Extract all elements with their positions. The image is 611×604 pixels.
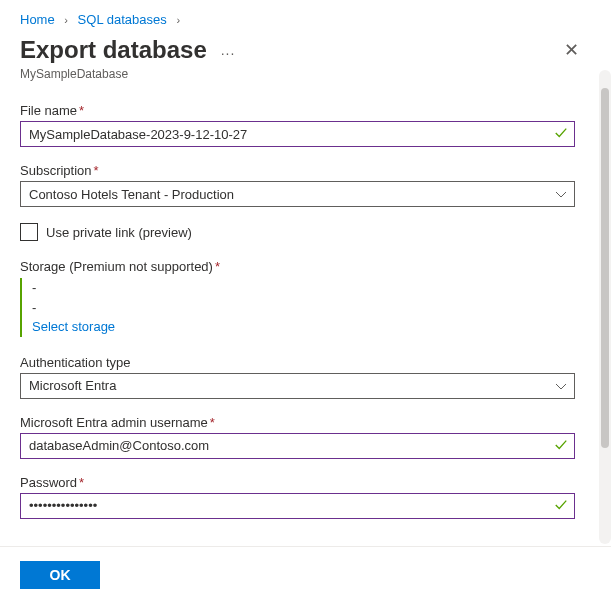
private-link-label: Use private link (preview) [46, 225, 192, 240]
authtype-label: Authentication type [20, 355, 575, 370]
storage-line-2: - [32, 298, 575, 318]
authtype-dropdown[interactable]: Microsoft Entra [20, 373, 575, 399]
breadcrumb-sql-databases[interactable]: SQL databases [78, 12, 167, 27]
required-indicator: * [79, 103, 84, 118]
required-indicator: * [79, 475, 84, 490]
password-label: Password* [20, 475, 575, 490]
storage-line-1: - [32, 278, 575, 298]
storage-block: - - Select storage [20, 278, 575, 337]
subscription-label: Subscription* [20, 163, 575, 178]
password-input[interactable] [20, 493, 575, 519]
checkbox-box[interactable] [20, 223, 38, 241]
page-subtitle: MySampleDatabase [20, 67, 611, 81]
breadcrumb: Home › SQL databases › [20, 12, 611, 27]
more-actions-button[interactable]: ··· [221, 45, 236, 61]
username-label: Microsoft Entra admin username* [20, 415, 575, 430]
chevron-down-icon [555, 189, 567, 201]
check-icon [554, 126, 568, 140]
required-indicator: * [94, 163, 99, 178]
username-input[interactable] [20, 433, 575, 459]
storage-label: Storage (Premium not supported)* [20, 259, 575, 274]
required-indicator: * [210, 415, 215, 430]
chevron-down-icon [555, 381, 567, 393]
breadcrumb-home[interactable]: Home [20, 12, 55, 27]
check-icon [554, 498, 568, 512]
chevron-right-icon: › [64, 14, 68, 26]
chevron-right-icon: › [176, 14, 180, 26]
footer-bar: OK [0, 546, 611, 604]
close-button[interactable]: ✕ [560, 35, 583, 65]
subscription-dropdown[interactable]: Contoso Hotels Tenant - Production [20, 181, 575, 207]
filename-label: File name* [20, 103, 575, 118]
page-title: Export database [20, 36, 207, 64]
scrollbar-thumb[interactable] [601, 88, 609, 448]
private-link-checkbox[interactable]: Use private link (preview) [20, 223, 575, 241]
ok-button[interactable]: OK [20, 561, 100, 589]
select-storage-link[interactable]: Select storage [32, 317, 575, 337]
required-indicator: * [215, 259, 220, 274]
filename-input[interactable] [20, 121, 575, 147]
check-icon [554, 438, 568, 452]
